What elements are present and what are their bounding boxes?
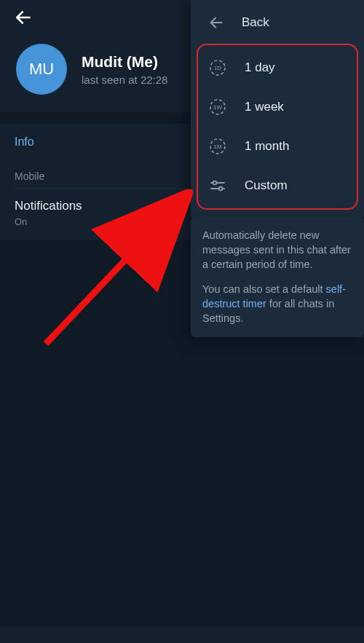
option-label: Custom xyxy=(245,178,288,193)
option-label: 1 month xyxy=(245,139,289,154)
description-text-2: You can also set a default self-destruct… xyxy=(202,282,352,326)
popup-back-button[interactable]: Back xyxy=(191,0,364,44)
options-highlight: 1D 1 day 1W 1 week 1M 1 month xyxy=(197,44,358,210)
svg-point-11 xyxy=(219,187,223,191)
option-custom[interactable]: Custom xyxy=(198,166,357,205)
avatar: MU xyxy=(16,44,67,95)
last-seen: last seen at 22:28 xyxy=(82,74,167,86)
back-button[interactable] xyxy=(13,7,33,28)
option-1-month[interactable]: 1M 1 month xyxy=(198,127,357,166)
auto-delete-popup: Back 1D 1 day 1W 1 week xyxy=(191,0,364,220)
sliders-icon xyxy=(208,176,227,195)
option-label: 1 week xyxy=(245,100,284,114)
timer-1d-icon: 1D xyxy=(208,58,227,77)
avatar-initials: MU xyxy=(29,60,54,79)
timer-1m-icon: 1M xyxy=(208,137,227,156)
arrow-left-icon xyxy=(208,15,224,31)
auto-delete-description: Automatically delete new messages sent i… xyxy=(191,217,364,337)
popup-back-label: Back xyxy=(242,15,269,30)
description-text-1: Automatically delete new messages sent i… xyxy=(202,228,352,272)
svg-point-9 xyxy=(213,181,217,185)
option-1-week[interactable]: 1W 1 week xyxy=(198,87,357,127)
arrow-left-icon xyxy=(14,8,33,27)
option-label: 1 day xyxy=(245,60,275,75)
profile-name: Mudit (Me) xyxy=(82,53,167,71)
svg-text:1W: 1W xyxy=(213,104,222,111)
svg-text:1D: 1D xyxy=(214,65,221,71)
timer-1w-icon: 1W xyxy=(208,98,227,117)
option-1-day[interactable]: 1D 1 day xyxy=(198,48,357,87)
svg-text:1M: 1M xyxy=(213,143,221,150)
